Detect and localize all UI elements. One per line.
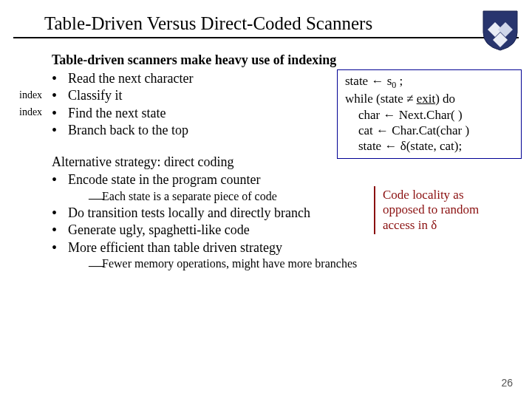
sub-list: Each state is a separate piece of code bbox=[68, 189, 519, 204]
list-item: Generate ugly, spaghetti-like code bbox=[52, 222, 519, 239]
code-line: cat ← Char.Cat(char ) bbox=[345, 123, 514, 138]
code-underlined: exit bbox=[417, 92, 436, 106]
sub-item: Fewer memory operations, might have more… bbox=[89, 256, 519, 271]
list-item: Do transition tests locally and directly… bbox=[52, 205, 519, 222]
code-line: while (state ≠ exit) do bbox=[345, 91, 514, 106]
shield-logo bbox=[480, 7, 520, 52]
margin-label: index bbox=[19, 104, 42, 120]
section-direct-coding: Alternative strategy: direct coding Enco… bbox=[52, 154, 519, 272]
slide-title: Table-Driven Versus Direct-Coded Scanner… bbox=[44, 13, 519, 34]
pseudocode-box: state ← s0 ; while (state ≠ exit) do cha… bbox=[337, 69, 522, 159]
item-text: Encode state in the program counter bbox=[68, 172, 260, 187]
list-item: More efficient than table driven strateg… bbox=[52, 239, 519, 272]
section-lead: Table-driven scanners make heavy use of … bbox=[52, 52, 519, 69]
slide: Table-Driven Versus Direct-Coded Scanner… bbox=[0, 0, 532, 399]
bullet-list: Encode state in the program counter Each… bbox=[52, 171, 519, 271]
page-number: 26 bbox=[501, 377, 513, 389]
margin-index-labels: index index bbox=[19, 86, 42, 120]
code-text: ) do bbox=[435, 92, 455, 106]
section-table-driven: index index Table-driven scanners make h… bbox=[52, 52, 519, 139]
code-line: state ← s0 ; bbox=[345, 73, 514, 91]
title-underline bbox=[13, 37, 519, 38]
margin-label: index bbox=[19, 87, 42, 103]
item-text: More efficient than table driven strateg… bbox=[68, 240, 282, 255]
code-text: state ← s bbox=[345, 74, 392, 88]
list-item: Encode state in the program counter Each… bbox=[52, 171, 519, 204]
code-line: char ← Next.Char( ) bbox=[345, 107, 514, 123]
code-text: while (state ≠ bbox=[345, 92, 417, 106]
sub-item: Each state is a separate piece of code bbox=[89, 189, 519, 204]
code-text: ; bbox=[396, 74, 403, 88]
code-line: state ← δ(state, cat); bbox=[345, 138, 514, 154]
slide-body: index index Table-driven scanners make h… bbox=[13, 52, 519, 271]
sub-list: Fewer memory operations, might have more… bbox=[68, 256, 519, 271]
